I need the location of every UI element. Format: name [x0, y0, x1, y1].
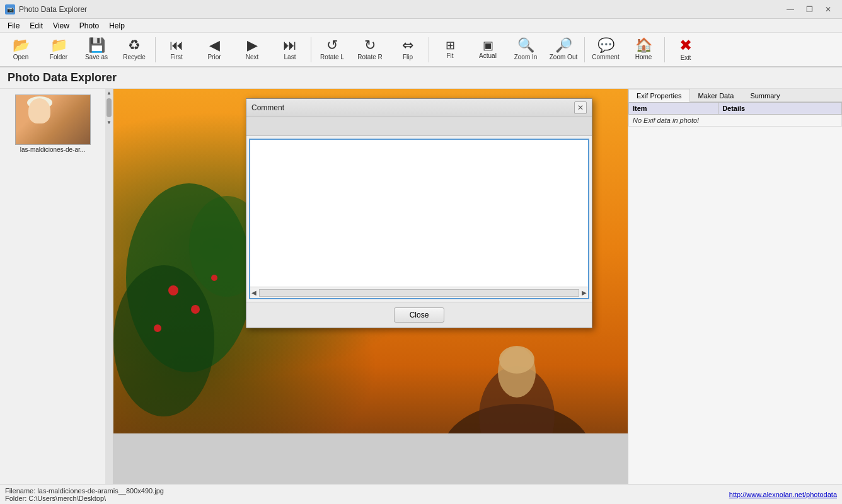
close-window-button[interactable]: ✕ — [819, 3, 837, 16]
menu-edit[interactable]: Edit — [25, 20, 48, 32]
thumbnail-scroll[interactable]: las-maldiciones-de-ar... — [0, 89, 105, 484]
save-as-button[interactable]: 💾 Save as — [78, 34, 115, 66]
app-title: Photo Data Explorer — [19, 5, 87, 14]
open-icon: 📂 — [13, 38, 30, 52]
hscroll-right-arrow[interactable]: ▶ — [582, 289, 587, 296]
toolbar-separator-4 — [584, 37, 585, 62]
dialog-textarea-wrap: ◀ ▶ — [249, 139, 589, 299]
prior-label: Prior — [207, 54, 221, 60]
right-panel: Exif Properties Maker Data Summary Item … — [628, 89, 842, 484]
rotate-r-button[interactable]: ↻ Rotate R — [352, 34, 388, 66]
toolbar-separator-3 — [429, 37, 429, 62]
comment-label: Comment — [592, 54, 619, 60]
recycle-button[interactable]: ♻ Recycle — [116, 34, 153, 66]
dialog-close-button[interactable]: ✕ — [574, 101, 587, 114]
thumbnail-scrollbar[interactable]: ▲ ▼ — [105, 89, 113, 484]
dialog-body: ◀ ▶ — [246, 117, 592, 299]
rotate-l-button[interactable]: ↺ Rotate L — [314, 34, 350, 66]
status-filename: Filename: las-maldiciones-de-aramis__800… — [5, 487, 164, 495]
home-icon: 🏠 — [635, 38, 652, 52]
first-label: First — [170, 54, 182, 60]
next-button[interactable]: ▶ Next — [234, 34, 270, 66]
minimize-button[interactable]: — — [781, 3, 799, 16]
comment-textarea[interactable] — [250, 140, 588, 285]
exif-col-details: Details — [718, 103, 842, 115]
zoom-in-label: Zoom In — [514, 54, 538, 60]
recycle-icon: ♻ — [128, 38, 141, 52]
save-as-icon: 💾 — [88, 38, 105, 52]
right-tabs: Exif Properties Maker Data Summary — [628, 89, 842, 102]
hscroll-left-arrow[interactable]: ◀ — [251, 289, 257, 296]
thumbnail-item[interactable]: las-maldiciones-de-ar... — [3, 91, 103, 156]
scroll-up-arrow[interactable]: ▲ — [107, 90, 112, 96]
next-icon: ▶ — [247, 38, 258, 52]
exit-label: Exit — [681, 54, 691, 61]
dialog-overlay: Comment ✕ ◀ ▶ Close — [113, 89, 628, 484]
rotate-l-label: Rotate L — [320, 54, 344, 60]
home-button[interactable]: 🏠 Home — [625, 34, 662, 66]
fit-icon: ⊞ — [446, 40, 455, 51]
rotate-r-label: Rotate R — [357, 54, 382, 60]
menu-view[interactable]: View — [48, 20, 74, 32]
status-link[interactable]: http://www.alexnolan.net/photodata — [729, 491, 837, 498]
page-title: Photo Data Explorer — [8, 71, 117, 84]
thumbnail-panel: las-maldiciones-de-ar... ▲ ▼ — [0, 89, 113, 484]
status-bar: Filename: las-maldiciones-de-aramis__800… — [0, 484, 842, 504]
menu-file[interactable]: File — [3, 20, 25, 32]
dialog-horizontal-scrollbar[interactable]: ◀ ▶ — [250, 287, 588, 298]
menu-bar: File Edit View Photo Help — [0, 19, 842, 33]
app-icon: 📷 — [5, 4, 15, 14]
dialog-close-footer-button[interactable]: Close — [394, 307, 444, 323]
tab-summary[interactable]: Summary — [742, 89, 788, 102]
dialog-title: Comment — [251, 103, 284, 112]
open-button[interactable]: 📂 Open — [3, 34, 39, 66]
zoom-out-button[interactable]: 🔎 Zoom Out — [545, 34, 582, 66]
page-title-bar: Photo Data Explorer — [0, 67, 842, 89]
last-icon: ⏭ — [283, 38, 297, 52]
zoom-out-icon: 🔎 — [555, 38, 572, 52]
tab-maker-data[interactable]: Maker Data — [690, 89, 742, 102]
status-file-info: Filename: las-maldiciones-de-aramis__800… — [5, 487, 164, 502]
first-icon: ⏮ — [170, 38, 183, 52]
exit-button[interactable]: ✖ Exit — [667, 34, 704, 66]
toolbar-separator-5 — [664, 37, 665, 62]
flip-button[interactable]: ⇔ Flip — [389, 34, 426, 66]
actual-button[interactable]: ▣ Actual — [470, 34, 506, 66]
recycle-label: Recycle — [123, 54, 146, 60]
first-button[interactable]: ⏮ First — [158, 34, 195, 66]
thumbnail-label: las-maldiciones-de-ar... — [20, 146, 85, 153]
rotate-r-icon: ↻ — [364, 38, 376, 52]
exif-col-item: Item — [629, 103, 718, 115]
exit-icon: ✖ — [679, 38, 692, 53]
folder-button[interactable]: 📁 Folder — [40, 34, 77, 66]
fit-button[interactable]: ⊞ Fit — [432, 34, 468, 66]
toolbar-separator-2 — [311, 37, 311, 62]
title-bar-left: 📷 Photo Data Explorer — [5, 4, 87, 14]
prior-button[interactable]: ◀ Prior — [196, 34, 233, 66]
no-exif-message: No Exif data in photo! — [629, 115, 842, 127]
table-row: No Exif data in photo! — [629, 115, 842, 127]
comment-dialog: Comment ✕ ◀ ▶ Close — [246, 98, 592, 328]
folder-label: Folder — [50, 54, 67, 60]
menu-help[interactable]: Help — [104, 20, 130, 32]
zoom-out-label: Zoom Out — [550, 54, 577, 60]
restore-button[interactable]: ❐ — [800, 3, 818, 16]
tab-exif-properties[interactable]: Exif Properties — [628, 89, 690, 102]
title-bar: 📷 Photo Data Explorer — ❐ ✕ — [0, 0, 842, 19]
dialog-titlebar[interactable]: Comment ✕ — [246, 99, 592, 117]
right-content: Item Details No Exif data in photo! — [628, 102, 842, 484]
hscroll-track[interactable] — [259, 289, 579, 297]
flip-icon: ⇔ — [402, 38, 413, 52]
scroll-thumb[interactable] — [107, 98, 112, 117]
last-button[interactable]: ⏭ Last — [272, 34, 308, 66]
save-as-label: Save as — [85, 54, 108, 60]
status-folder: Folder: C:\Users\merch\Desktop\ — [5, 495, 164, 502]
main-area: las-maldiciones-de-ar... ▲ ▼ — [0, 89, 842, 484]
toolbar-separator-1 — [155, 37, 156, 62]
scroll-down-arrow[interactable]: ▼ — [107, 120, 112, 125]
zoom-in-button[interactable]: 🔍 Zoom In — [507, 34, 544, 66]
actual-icon: ▣ — [483, 40, 493, 51]
open-label: Open — [13, 54, 28, 60]
comment-button[interactable]: 💬 Comment — [587, 34, 624, 66]
menu-photo[interactable]: Photo — [74, 20, 104, 32]
